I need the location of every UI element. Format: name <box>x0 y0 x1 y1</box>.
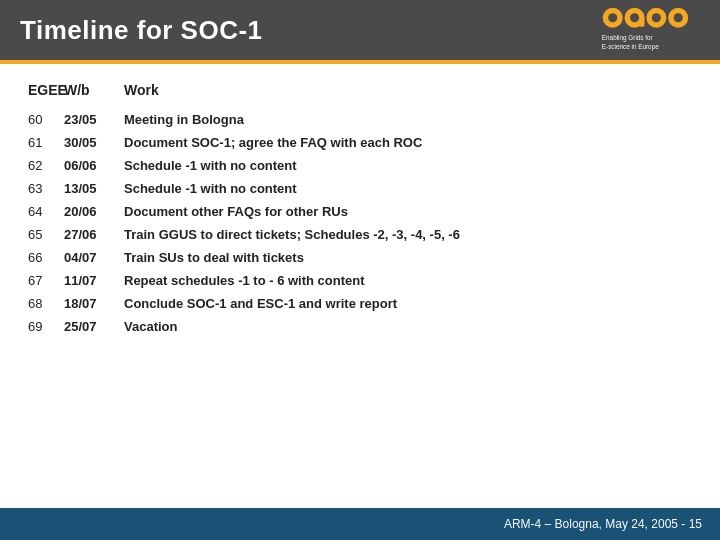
cell-num: 67 <box>28 273 64 288</box>
table-body: 60 23/05 Meeting in Bologna 61 30/05 Doc… <box>28 108 692 338</box>
cell-num: 64 <box>28 204 64 219</box>
cell-desc: Schedule -1 with no content <box>124 158 692 173</box>
cell-num: 62 <box>28 158 64 173</box>
cell-num: 66 <box>28 250 64 265</box>
svg-text:E-science in Europe: E-science in Europe <box>602 43 659 51</box>
table-row: 62 06/06 Schedule -1 with no content <box>28 154 692 177</box>
egee-logo: Enabling Grids for E-science in Europe <box>600 5 700 55</box>
cell-date: 23/05 <box>64 112 124 127</box>
cell-desc: Meeting in Bologna <box>124 112 692 127</box>
table-row: 60 23/05 Meeting in Bologna <box>28 108 692 131</box>
table-row: 66 04/07 Train SUs to deal with tickets <box>28 246 692 269</box>
svg-text:Enabling Grids for: Enabling Grids for <box>602 34 654 42</box>
header: Timeline for SOC-1 Enabling Grids for E-… <box>0 0 720 60</box>
main-content: EGEE W/b Work 60 23/05 Meeting in Bologn… <box>0 64 720 348</box>
cell-date: 13/05 <box>64 181 124 196</box>
cell-num: 69 <box>28 319 64 334</box>
footer: ARM-4 – Bologna, May 24, 2005 - 15 <box>0 508 720 540</box>
svg-point-8 <box>674 13 683 22</box>
cell-date: 06/06 <box>64 158 124 173</box>
cell-date: 30/05 <box>64 135 124 150</box>
table-row: 67 11/07 Repeat schedules -1 to - 6 with… <box>28 269 692 292</box>
cell-date: 18/07 <box>64 296 124 311</box>
cell-date: 04/07 <box>64 250 124 265</box>
cell-desc: Schedule -1 with no content <box>124 181 692 196</box>
svg-rect-4 <box>639 18 644 27</box>
col-egee: EGEE <box>28 82 64 98</box>
cell-num: 68 <box>28 296 64 311</box>
cell-desc: Train GGUS to direct tickets; Schedules … <box>124 227 692 242</box>
cell-num: 65 <box>28 227 64 242</box>
logo-svg: Enabling Grids for E-science in Europe <box>600 5 700 55</box>
cell-num: 60 <box>28 112 64 127</box>
table-row: 64 20/06 Document other FAQs for other R… <box>28 200 692 223</box>
cell-date: 20/06 <box>64 204 124 219</box>
cell-desc: Train SUs to deal with tickets <box>124 250 692 265</box>
table-row: 65 27/06 Train GGUS to direct tickets; S… <box>28 223 692 246</box>
footer-text: ARM-4 – Bologna, May 24, 2005 - 15 <box>504 517 702 531</box>
table-row: 61 30/05 Document SOC-1; agree the FAQ w… <box>28 131 692 154</box>
col-work: Work <box>124 82 692 98</box>
cell-desc: Repeat schedules -1 to - 6 with content <box>124 273 692 288</box>
cell-num: 63 <box>28 181 64 196</box>
table-row: 69 25/07 Vacation <box>28 315 692 338</box>
cell-desc: Document other FAQs for other RUs <box>124 204 692 219</box>
cell-date: 27/06 <box>64 227 124 242</box>
svg-point-1 <box>608 13 617 22</box>
cell-desc: Conclude SOC-1 and ESC-1 and write repor… <box>124 296 692 311</box>
table-row: 68 18/07 Conclude SOC-1 and ESC-1 and wr… <box>28 292 692 315</box>
cell-date: 25/07 <box>64 319 124 334</box>
page-title: Timeline for SOC-1 <box>20 15 263 46</box>
col-wb: W/b <box>64 82 124 98</box>
cell-date: 11/07 <box>64 273 124 288</box>
table-header: EGEE W/b Work <box>28 82 692 102</box>
svg-point-3 <box>630 13 639 22</box>
cell-num: 61 <box>28 135 64 150</box>
cell-desc: Vacation <box>124 319 692 334</box>
table-row: 63 13/05 Schedule -1 with no content <box>28 177 692 200</box>
svg-point-6 <box>652 13 661 22</box>
cell-desc: Document SOC-1; agree the FAQ with each … <box>124 135 692 150</box>
